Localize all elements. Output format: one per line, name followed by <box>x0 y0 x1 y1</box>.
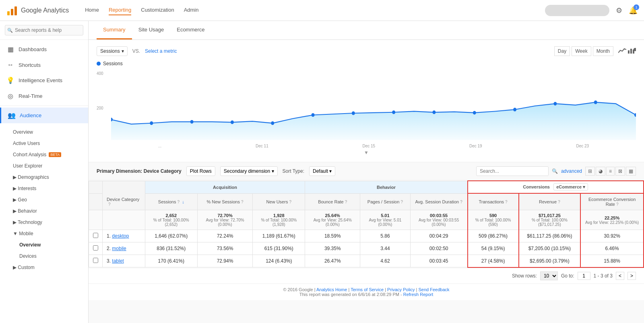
svg-point-14 <box>432 110 436 114</box>
row3-device-link[interactable]: tablet <box>112 258 124 264</box>
secondary-dimension-btn[interactable]: Secondary dimension ▾ <box>220 166 278 176</box>
account-pill[interactable] <box>545 5 609 16</box>
svg-point-9 <box>231 120 234 124</box>
chart-date-controls: Day Week Month <box>554 46 636 56</box>
row1-avg-session-duration: 00:04:29 <box>410 230 467 242</box>
sidebar-sub-mobile-overview[interactable]: Overview <box>0 239 88 251</box>
next-page-btn[interactable]: > <box>627 272 636 280</box>
row3-checkbox[interactable] <box>89 255 103 267</box>
row1-transactions: 509 (86.27%) <box>468 230 519 242</box>
privacy-link[interactable]: Privacy Policy <box>387 287 415 292</box>
list-view-btn[interactable]: ≡ <box>606 167 615 176</box>
row3-pct-new-sessions: 72.94% <box>197 255 252 267</box>
row2-checkbox[interactable] <box>89 242 103 255</box>
y-label-200: 200 <box>97 106 103 110</box>
show-rows-select[interactable]: 10 25 50 <box>540 271 558 280</box>
sidebar-sub-cohort-analysis[interactable]: Cohort Analysis BETA <box>0 149 88 160</box>
grid-view-btn[interactable]: ⊞ <box>585 167 595 176</box>
advanced-link[interactable]: advanced <box>561 168 582 174</box>
select-metric-link[interactable]: Select a metric <box>145 48 177 54</box>
table-search-input[interactable] <box>476 166 549 176</box>
row1-device-link[interactable]: desktop <box>112 233 129 239</box>
bar-chart-btn[interactable] <box>628 47 636 55</box>
svg-point-8 <box>190 120 194 124</box>
sidebar-sub-technology[interactable]: ▶ Technology <box>0 217 88 228</box>
analytics-home-link[interactable]: Analytics Home <box>316 287 347 292</box>
x-label-ellipsis: ... <box>158 144 161 148</box>
table-search-icon[interactable]: 🔍 <box>552 168 558 174</box>
feedback-link[interactable]: Send Feedback <box>419 287 450 292</box>
col-pages-per-session-header: Pages / Session ? <box>360 193 411 210</box>
acquisition-header: Acquisition <box>145 181 305 193</box>
row3-checkbox-input[interactable] <box>93 258 98 263</box>
row1-checkbox[interactable] <box>89 230 103 242</box>
col-avg-session-duration-header: Avg. Session Duration ? <box>410 193 467 210</box>
sidebar-item-shortcuts[interactable]: ↔ Shortcuts <box>0 57 88 72</box>
row3-bounce-rate: 26.47% <box>305 255 360 267</box>
prev-page-btn[interactable]: < <box>616 272 624 280</box>
row1-checkbox-input[interactable] <box>93 233 98 238</box>
sidebar-label-audience: Audience <box>20 112 41 118</box>
table-controls: Primary Dimension: Device Category Plot … <box>89 162 644 180</box>
sidebar-sub-mobile[interactable]: ▼ Mobile <box>0 228 88 239</box>
row1-revenue: $61,117.25 (86.06%) <box>519 230 581 242</box>
chart-area: Sessions ▾ VS. Select a metric Day Week … <box>89 40 644 162</box>
sidebar-item-dashboards[interactable]: ▦ Dashboards <box>0 41 88 57</box>
date-btn-month[interactable]: Month <box>593 46 613 56</box>
data-table: Device Category ? Acquisition Behavior C… <box>89 180 644 268</box>
settings-button[interactable]: ⚙ <box>616 6 622 15</box>
x-label-dec23: Dec 23 <box>576 144 589 148</box>
pivot-view-btn[interactable]: ⊠ <box>615 167 625 176</box>
ecommerce-dropdown[interactable]: eCommerce ▾ <box>553 183 588 190</box>
tab-summary[interactable]: Summary <box>97 21 132 39</box>
nav-admin[interactable]: Admin <box>184 5 199 15</box>
plot-rows-btn[interactable]: Plot Rows <box>186 166 215 176</box>
sidebar-item-intelligence[interactable]: 💡 Intelligence Events <box>0 72 88 88</box>
search-input[interactable] <box>5 25 83 35</box>
sidebar-divider <box>0 106 88 106</box>
row2-device-link[interactable]: mobile <box>112 246 126 251</box>
date-btn-week[interactable]: Week <box>572 46 591 56</box>
row3-sessions: 170 (6.41%) <box>145 255 197 267</box>
primary-dimension-label: Primary Dimension: Device Category <box>97 168 182 174</box>
sessions-sort-arrow[interactable]: ↓ <box>182 199 184 204</box>
sidebar-sub-behavior[interactable]: ▶ Behavior <box>0 205 88 217</box>
sidebar-sub-geo[interactable]: ▶ Geo <box>0 194 88 205</box>
col-transactions-header: Transactions ? <box>468 193 519 210</box>
sidebar-sub-overview[interactable]: Overview <box>0 126 88 138</box>
line-chart-btn[interactable] <box>618 47 626 55</box>
nav-customization[interactable]: Customization <box>141 5 174 15</box>
sidebar-item-audience[interactable]: 👥 Audience <box>0 108 88 123</box>
totals-row: 2,652 % of Total: 100.00% (2,652) 72.70%… <box>89 210 644 230</box>
nav-reporting[interactable]: Reporting <box>109 5 131 15</box>
total-transactions: 590 % of Total: 100.00% (590) <box>468 210 519 230</box>
logo-text: Google Analytics <box>21 7 69 14</box>
date-btn-day[interactable]: Day <box>554 46 570 56</box>
chart-area-fill <box>111 102 636 140</box>
custom-view-btn[interactable]: ▦ <box>626 167 636 176</box>
sidebar-sub-mobile-devices[interactable]: Devices <box>0 251 88 262</box>
sidebar-sub-demographics[interactable]: ▶ Demographics <box>0 172 88 183</box>
sidebar-sub-custom[interactable]: ▶ Custom <box>0 262 88 273</box>
legend-dot <box>97 62 101 66</box>
sort-type-btn[interactable]: Default ▾ <box>309 166 335 176</box>
tab-site-usage[interactable]: Site Usage <box>132 21 171 39</box>
nav-home[interactable]: Home <box>85 5 99 15</box>
notification-area: 🔔 1 <box>629 6 638 15</box>
goto-input[interactable] <box>578 272 590 280</box>
sidebar-item-realtime[interactable]: ◎ Real-Time <box>0 88 88 104</box>
row1-bounce-rate: 18.59% <box>305 230 360 242</box>
pie-view-btn[interactable]: ◕ <box>596 167 605 176</box>
top-nav: Google Analytics Home Reporting Customiz… <box>0 0 644 21</box>
sidebar-sub-user-explorer[interactable]: User Explorer <box>0 160 88 172</box>
tab-ecommerce[interactable]: Ecommerce <box>170 21 211 39</box>
sidebar-sub-interests[interactable]: ▶ Interests <box>0 183 88 194</box>
sidebar-sub-active-users[interactable]: Active Users <box>0 138 88 149</box>
metric-dropdown[interactable]: Sessions ▾ <box>97 46 128 56</box>
row2-checkbox-input[interactable] <box>93 245 98 251</box>
row1-pages-per-session: 5.86 <box>360 230 411 242</box>
terms-link[interactable]: Terms of Service <box>351 287 384 292</box>
col-pct-new-sessions-header: % New Sessions ? <box>197 193 252 210</box>
refresh-report-link[interactable]: Refresh Report <box>403 292 433 297</box>
table-row: 2. mobile 836 (31.52%) 73.56% 615 (31.90… <box>89 242 644 255</box>
